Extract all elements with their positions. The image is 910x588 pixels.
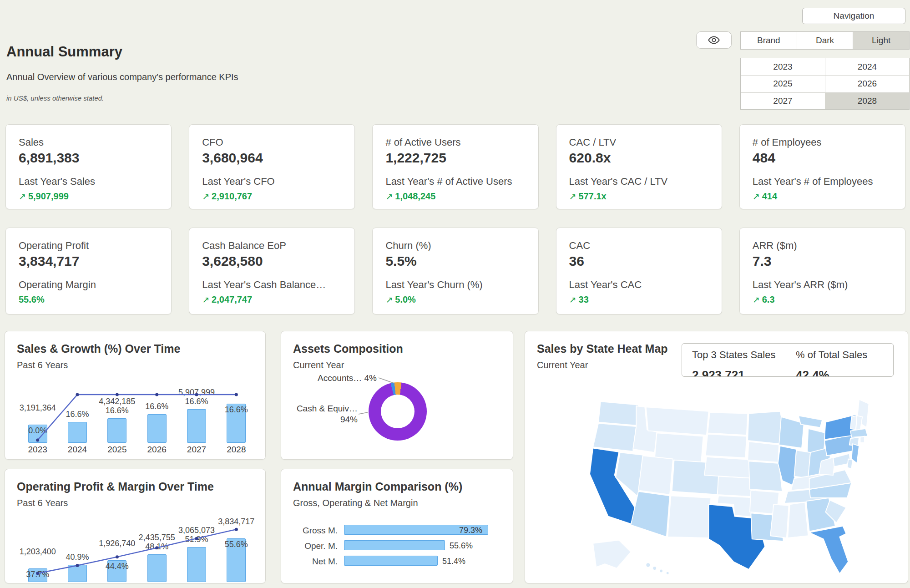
bar-2025[interactable] [107,418,126,443]
kpi-card-cfo: CFO 3,680,964 Last Year's CFO ↗2,910,767 [189,124,355,209]
year-2028-button[interactable]: 2028 [825,92,909,109]
kpi-card-active-users: # of Active Users 1,222,725 Last Year's … [372,124,538,209]
trend-up-icon: ↗ [202,191,209,202]
stat-header-top3: Top 3 States Sales [692,349,779,361]
pct-label: 16.6% [139,402,175,411]
kpi-sublabel: Last Year's Churn (%) [385,279,525,291]
state-or[interactable] [593,423,636,451]
margin-value-label: 51.4% [442,557,465,566]
theme-dark-button[interactable]: Dark [797,32,853,49]
kpi-value: 36 [569,253,709,269]
kpi-subvalue: 2,047,747 [212,294,252,305]
sales-growth-chart: 3,191,3640.0%202316.6%20244,342,18516.6%… [18,381,256,455]
bar-Oper. M.[interactable] [344,540,445,550]
margin-value-label: 55.6% [450,541,473,551]
kpi-value: 3,834,717 [19,253,158,269]
kpi-sublabel: Last Year's # of Active Users [385,176,525,188]
state-nh[interactable] [856,416,862,431]
margin-row: Oper. M.55.6% [293,540,501,551]
trend-up-icon: ↗ [385,294,393,305]
sales-heatmap-card: Sales by State Heat Map Current Year Top… [525,331,908,583]
state-de[interactable] [847,459,853,468]
bar-value-label: 3,065,073 [165,526,228,535]
kpi-subvalue: 414 [762,191,777,202]
margin-value-label: 79.3% [459,526,482,535]
kpi-label: CFO [202,137,342,148]
state-wa[interactable] [598,401,638,425]
operating-profit-chart: 1,203,40037.7%40.9%1,926,74044.4%2,435,7… [18,516,256,582]
bar-value-label: 5,907,999 [165,388,228,397]
navigation-button[interactable]: Navigation [802,8,905,24]
theme-switcher: Brand Dark Light [740,31,910,50]
bar-value-label: 3,834,717 [204,517,256,527]
bar-2027[interactable] [187,409,206,443]
page-header: Annual Summary Annual Overview of variou… [6,44,238,102]
bar-Net M.[interactable] [344,556,438,566]
chart-title: Sales & Growth (%) Over Time [17,342,253,355]
year-2026-button[interactable]: 2026 [825,75,909,92]
theme-brand-button[interactable]: Brand [741,32,797,49]
kpi-label: # of Employees [753,137,892,148]
state-ia[interactable] [748,441,779,462]
stat-header-pct: % of Total Sales [796,349,883,361]
year-2023-button[interactable]: 2023 [741,58,825,75]
state-hi[interactable] [653,567,657,570]
state-mn[interactable] [748,411,783,444]
chart-subtitle: Past 6 Years [17,360,253,370]
state-sd[interactable] [705,434,746,458]
assets-donut-chart[interactable] [369,382,427,441]
state-ut[interactable] [638,456,673,495]
x-axis-label: 2024 [59,445,96,455]
trend-up-icon: ↗ [19,191,26,202]
kpi-value: 1,222,725 [385,150,525,166]
trend-up-icon: ↗ [753,294,760,305]
kpi-label: Churn (%) [385,240,525,252]
pct-label: 37.7% [20,570,56,579]
kpi-label: CAC / LTV [569,137,709,148]
kpi-sublabel: Last Year's CAC / LTV [569,176,709,188]
kpi-label: Cash Balance EoP [202,240,342,252]
bar-2024[interactable] [68,565,87,582]
bar-2026[interactable] [147,414,167,443]
kpi-sublabel: Last Year's Cash Balance… [202,279,342,291]
chart-subtitle: Current Year [293,360,501,370]
bar-2026[interactable] [147,554,167,582]
theme-light-button[interactable]: Light [853,32,909,49]
currency-note: in US$, unless otherwise stated. [6,94,238,102]
state-hi[interactable] [666,572,669,574]
bar-2024[interactable] [68,422,87,443]
operating-profit-chart-card: Operating Profit & Margin Over Time Past… [5,469,266,583]
state-ak[interactable] [593,540,631,568]
pct-label: 48.1% [139,542,175,552]
chart-title: Operating Profit & Margin Over Time [17,480,253,493]
kpi-value: 6,891,383 [19,150,158,166]
state-in[interactable] [794,450,810,478]
state-hi[interactable] [659,569,662,573]
bar-2027[interactable] [187,547,206,582]
trend-up-icon: ↗ [569,191,576,202]
state-al[interactable] [788,502,808,538]
state-mo[interactable] [749,461,783,492]
margin-row-label: Gross M. [293,526,338,536]
visibility-button[interactable] [696,31,732,49]
state-mt[interactable] [646,407,709,435]
pct-label: 51.9% [178,535,215,544]
state-nm[interactable] [667,496,711,538]
year-2025-button[interactable]: 2025 [741,75,825,92]
state-ri[interactable] [860,436,864,443]
state-nd[interactable] [708,412,748,435]
kpi-value: 5.5% [385,253,525,269]
pct-label: 16.6% [99,406,135,416]
state-az[interactable] [631,492,670,537]
trend-up-icon: ↗ [202,294,209,305]
kpi-value: 484 [753,150,892,166]
state-hi[interactable] [646,563,651,568]
kpi-sublabel: Last Year's CFO [202,176,342,188]
state-fl[interactable] [809,526,849,574]
page-title: Annual Summary [6,44,238,60]
year-2024-button[interactable]: 2024 [825,58,909,75]
pct-label: 40.9% [59,553,96,562]
eye-icon [708,34,720,46]
state-ms[interactable] [770,504,789,538]
year-2027-button[interactable]: 2027 [741,92,825,109]
